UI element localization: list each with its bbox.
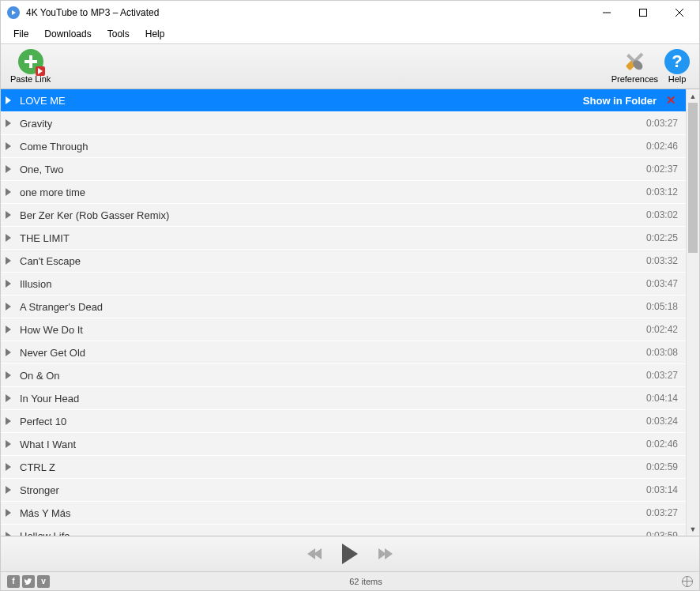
maximize-icon xyxy=(639,9,647,17)
track-duration: 0:03:24 xyxy=(646,416,678,427)
scroll-thumb[interactable] xyxy=(688,103,698,253)
track-row[interactable]: Perfect 100:03:24 xyxy=(1,410,686,433)
track-row[interactable]: What I Want0:02:46 xyxy=(1,433,686,456)
play-icon xyxy=(6,141,15,152)
track-duration: 0:03:12 xyxy=(646,186,678,198)
track-duration: 0:03:27 xyxy=(646,507,678,518)
menu-file[interactable]: File xyxy=(6,26,36,42)
show-in-folder-link[interactable]: Show in Folder xyxy=(583,95,657,107)
player-controls xyxy=(1,536,699,571)
track-row[interactable]: One, Two0:02:37 xyxy=(1,158,686,181)
play-icon xyxy=(6,278,15,290)
track-title: A Stranger's Dead xyxy=(15,301,646,313)
scroll-up-button[interactable]: ▲ xyxy=(687,89,699,103)
globe-icon[interactable] xyxy=(682,576,693,587)
window-titlebar: 4K YouTube to MP3 – Activated xyxy=(1,1,699,24)
play-button[interactable] xyxy=(342,544,358,564)
minimize-button[interactable] xyxy=(589,1,625,24)
play-icon xyxy=(6,461,15,473)
play-icon xyxy=(6,347,15,359)
track-row[interactable]: A Stranger's Dead0:05:18 xyxy=(1,296,686,318)
item-count: 62 items xyxy=(50,577,682,586)
track-title: one more time xyxy=(15,186,646,198)
track-duration: 0:04:14 xyxy=(646,393,678,404)
play-icon xyxy=(6,507,15,519)
track-duration: 0:03:27 xyxy=(646,118,678,129)
track-row[interactable]: Más Y Más0:03:27 xyxy=(1,502,686,525)
track-row[interactable]: Come Through0:02:46 xyxy=(1,135,686,158)
play-icon xyxy=(6,118,15,130)
svg-rect-1 xyxy=(640,9,647,17)
next-button[interactable] xyxy=(380,548,393,559)
scroll-track[interactable] xyxy=(687,103,699,522)
track-title: CTRL Z xyxy=(15,461,646,473)
track-title: How We Do It xyxy=(15,324,646,336)
toolbar: Paste Link Preferences ? Help xyxy=(1,43,699,89)
track-row[interactable]: Ber Zer Ker (Rob Gasser Remix)0:03:02 xyxy=(1,204,686,227)
track-row[interactable]: CTRL Z0:02:59 xyxy=(1,456,686,479)
play-icon xyxy=(6,164,15,175)
track-row[interactable]: one more time0:03:12 xyxy=(1,181,686,204)
track-title: Gravity xyxy=(15,118,646,130)
track-duration: 0:05:18 xyxy=(646,301,678,312)
track-duration: 0:03:47 xyxy=(646,278,678,289)
window-controls xyxy=(589,1,698,24)
play-icon xyxy=(6,439,15,450)
help-button[interactable]: ? Help xyxy=(661,47,693,85)
track-duration: 0:03:27 xyxy=(646,370,678,381)
paste-link-icon xyxy=(18,49,43,74)
remove-track-button[interactable]: ✕ xyxy=(664,93,678,107)
play-icon xyxy=(6,209,15,221)
track-list[interactable]: LOVE ME Show in Folder ✕ Gravity0:03:27C… xyxy=(1,89,686,536)
track-row[interactable]: Never Get Old0:03:08 xyxy=(1,341,686,364)
track-row[interactable]: In Your Head0:04:14 xyxy=(1,387,686,410)
paste-link-button[interactable]: Paste Link xyxy=(7,47,54,85)
previous-button[interactable] xyxy=(307,548,320,559)
scroll-down-button[interactable]: ▼ xyxy=(687,522,699,536)
maximize-button[interactable] xyxy=(625,1,661,24)
menu-downloads[interactable]: Downloads xyxy=(36,26,99,42)
track-row[interactable]: Stronger0:03:14 xyxy=(1,479,686,502)
preferences-button[interactable]: Preferences xyxy=(608,47,661,85)
track-title: What I Want xyxy=(15,439,646,450)
track-title: Come Through xyxy=(15,141,646,152)
track-list-container: LOVE ME Show in Folder ✕ Gravity0:03:27C… xyxy=(1,89,699,536)
track-duration: 0:02:37 xyxy=(646,164,678,175)
previous-icon xyxy=(314,548,322,559)
vertical-scrollbar[interactable]: ▲ ▼ xyxy=(686,89,699,536)
track-duration: 0:03:32 xyxy=(646,255,678,266)
play-icon xyxy=(6,186,15,198)
track-row[interactable]: On & On0:03:27 xyxy=(1,364,686,387)
track-row[interactable]: Gravity0:03:27 xyxy=(1,112,686,135)
track-row[interactable]: Can't Escape0:03:32 xyxy=(1,250,686,273)
play-icon xyxy=(6,484,15,496)
social-links: f v xyxy=(7,575,50,588)
menu-tools[interactable]: Tools xyxy=(100,26,137,42)
track-duration: 0:02:46 xyxy=(646,141,678,152)
track-row-selected[interactable]: LOVE ME Show in Folder ✕ xyxy=(1,89,686,112)
track-title: Perfect 10 xyxy=(15,416,646,427)
track-row[interactable]: Hollow Life0:03:59 xyxy=(1,525,686,536)
window-title: 4K YouTube to MP3 – Activated xyxy=(26,7,589,18)
twitter-icon[interactable] xyxy=(22,575,35,588)
track-row[interactable]: THE LIMIT0:02:25 xyxy=(1,227,686,250)
menubar: File Downloads Tools Help xyxy=(1,24,699,43)
play-icon xyxy=(342,544,358,564)
close-button[interactable] xyxy=(661,1,698,24)
vimeo-icon[interactable]: v xyxy=(37,575,50,588)
facebook-icon[interactable]: f xyxy=(7,575,20,588)
play-icon xyxy=(6,324,15,336)
statusbar: f v 62 items xyxy=(1,571,699,590)
help-label: Help xyxy=(668,74,687,84)
track-title: Never Get Old xyxy=(15,347,646,359)
play-icon xyxy=(6,255,15,267)
track-title: In Your Head xyxy=(15,393,646,405)
play-icon xyxy=(6,530,15,536)
menu-help[interactable]: Help xyxy=(137,26,173,42)
track-title: Can't Escape xyxy=(15,255,646,267)
track-title: Ber Zer Ker (Rob Gasser Remix) xyxy=(15,209,646,221)
track-duration: 0:02:42 xyxy=(646,324,678,335)
track-duration: 0:03:02 xyxy=(646,209,678,220)
track-row[interactable]: Illusion0:03:47 xyxy=(1,273,686,296)
track-row[interactable]: How We Do It0:02:42 xyxy=(1,318,686,341)
